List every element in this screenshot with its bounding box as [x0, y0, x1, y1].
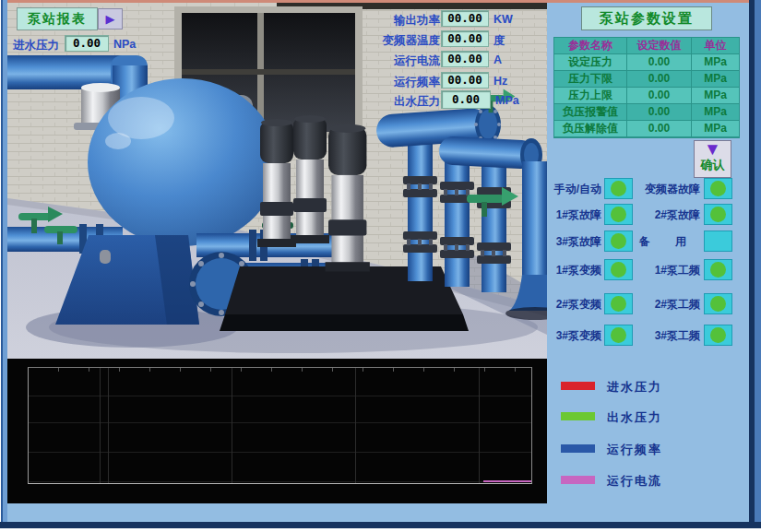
legend-label-outlet-pressure: 出水压力 — [607, 409, 662, 426]
frame-border-right — [749, 0, 761, 532]
status-lamp-pump1-fault — [604, 204, 633, 225]
riser-pipe-3 — [477, 152, 511, 292]
col-header-name: 参数名称 — [554, 38, 627, 54]
status-lamp-vfd-fault — [704, 178, 732, 199]
status-lamp-pump2-mains — [704, 293, 732, 314]
parameter-table: 参数名称 设定数值 单位 设定压力 0.00 MPa 压力下限 0.00 MPa… — [553, 37, 740, 138]
inlet-pressure-label: 进水压力 — [13, 38, 59, 53]
pump-2 — [291, 115, 329, 243]
pressure-tank — [88, 78, 278, 246]
report-play-button[interactable]: ▶ — [98, 8, 123, 30]
vfd-temp-label: 变频器温度 — [355, 33, 440, 49]
status-lamp-spare — [704, 231, 732, 252]
param-unit: MPa — [692, 88, 739, 104]
status-label-vfd-fault: 变频器故障 — [631, 182, 700, 197]
param-value-input[interactable]: 0.00 — [627, 88, 692, 104]
frame-border-top — [0, 0, 761, 3]
lamp-icon — [611, 233, 626, 249]
run-current-unit: A — [493, 53, 502, 66]
run-current-trace — [483, 480, 531, 482]
status-label-pump2-fault: 2#泵故障 — [631, 207, 700, 223]
status-lamp-pump1-vfd — [604, 259, 633, 280]
legend-swatch-run-frequency — [561, 444, 595, 453]
pump-1 — [257, 119, 296, 247]
hmi-screen: 泵站报表 ▶ 进水压力 0.00 NPa 输出功率 00.00 KW 变频器温度… — [0, 0, 761, 532]
param-name: 压力下限 — [554, 71, 627, 88]
status-label-spare: 备 用 — [631, 234, 697, 250]
run-freq-unit: Hz — [493, 75, 507, 88]
param-unit: MPa — [692, 104, 739, 121]
trend-chart — [7, 359, 547, 503]
param-value-input[interactable]: 0.00 — [627, 54, 692, 71]
legend-swatch-inlet-pressure — [561, 382, 595, 390]
lamp-icon — [710, 327, 726, 343]
status-lamp-auto-manual — [604, 178, 633, 199]
status-label-pump3-mains: 3#泵工频 — [631, 328, 700, 344]
riser-pipe-2 — [440, 147, 474, 287]
lamp-icon — [611, 262, 626, 278]
param-unit: MPa — [692, 121, 739, 137]
confirm-triangle-icon: ▼ — [695, 141, 731, 157]
report-button[interactable]: 泵站报表 — [17, 7, 98, 30]
lamp-icon — [710, 262, 726, 278]
legend-swatch-run-current — [561, 476, 595, 484]
param-unit: MPa — [692, 71, 739, 88]
output-power-value: 00.00 — [441, 10, 489, 27]
param-value-input[interactable]: 0.00 — [627, 104, 692, 121]
lamp-icon — [611, 181, 626, 196]
run-current-value: 00.00 — [441, 51, 489, 67]
status-label-pump1-mains: 1#泵工频 — [631, 263, 700, 278]
run-freq-label: 运行频率 — [355, 75, 440, 90]
vfd-temp-value: 00.00 — [441, 30, 489, 47]
col-header-unit: 单位 — [692, 38, 739, 54]
param-unit: MPa — [692, 54, 739, 71]
output-power-label: 输出功率 — [355, 13, 440, 29]
lamp-icon — [710, 207, 726, 222]
axis-ticks — [29, 368, 531, 372]
pump-3 — [326, 124, 370, 272]
status-lamp-pump3-fault — [604, 231, 633, 252]
lamp-icon — [611, 296, 626, 312]
status-lamp-pump3-mains — [704, 325, 732, 346]
param-name: 压力上限 — [554, 88, 627, 104]
play-icon: ▶ — [106, 12, 115, 26]
lamp-icon — [710, 296, 726, 312]
inlet-pressure-value: 0.00 — [65, 35, 109, 52]
legend-swatch-outlet-pressure — [561, 412, 595, 420]
run-freq-value: 00.00 — [441, 72, 489, 89]
status-lamp-pump2-vfd — [604, 293, 633, 314]
riser-pipe-1 — [403, 141, 437, 281]
lamp-icon — [611, 207, 626, 222]
lamp-icon — [611, 327, 626, 343]
legend-label-run-current: 运行电流 — [607, 473, 662, 490]
outlet-pressure-unit: MPa — [495, 94, 519, 107]
status-lamp-pump1-mains — [704, 259, 732, 280]
legend-label-inlet-pressure: 进水压力 — [607, 379, 662, 396]
settings-title: 泵站参数设置 — [581, 6, 712, 30]
param-name: 设定压力 — [554, 54, 627, 71]
param-name: 负压报警值 — [554, 104, 627, 121]
param-value-input[interactable]: 0.00 — [627, 121, 692, 137]
frame-border-left — [0, 0, 7, 532]
status-label-pump2-mains: 2#泵工频 — [631, 297, 700, 313]
trend-plot-area — [28, 367, 532, 484]
confirm-label: 确认 — [695, 159, 731, 171]
confirm-button[interactable]: ▼ 确认 — [694, 140, 731, 178]
output-power-unit: KW — [493, 13, 513, 26]
outlet-pressure-value: 0.00 — [441, 90, 491, 109]
run-current-label: 运行电流 — [355, 53, 440, 69]
legend-label-run-frequency: 运行频率 — [607, 442, 662, 458]
vfd-temp-unit: 度 — [493, 33, 505, 49]
status-lamp-pump3-vfd — [604, 325, 633, 346]
outlet-pressure-label: 出水压力 — [364, 94, 440, 110]
lamp-icon — [710, 181, 726, 196]
param-name: 负压解除值 — [554, 121, 627, 137]
col-header-value: 设定数值 — [627, 38, 692, 54]
inlet-pressure-unit: NPa — [113, 38, 136, 51]
frame-border-bottom — [0, 522, 761, 532]
param-value-input[interactable]: 0.00 — [627, 71, 692, 88]
status-lamp-pump2-fault — [704, 204, 732, 225]
